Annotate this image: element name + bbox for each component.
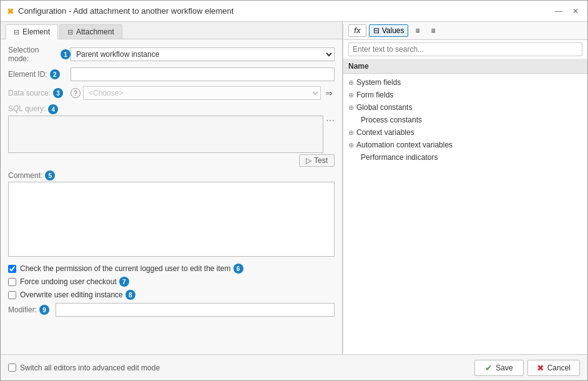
help-icon[interactable]: ? xyxy=(71,88,81,98)
expand-icon: ⊕ xyxy=(348,141,354,149)
checkbox2-row: Force undoing user checkout 7 xyxy=(8,277,335,287)
form-area: Selection mode: 1 Parent workflow instan… xyxy=(1,39,342,354)
tree-item-global-constants[interactable]: ⊕ Global constants xyxy=(343,101,587,114)
badge-9: 9 xyxy=(39,305,49,315)
modifier-input[interactable] xyxy=(56,303,335,317)
sql-query-label: SQL query: xyxy=(8,104,46,113)
tab-attachment[interactable]: ⊟ Attachment xyxy=(59,24,122,39)
modifier-row: Modifier: 9 xyxy=(8,303,335,317)
sql-actions: ▷ Test xyxy=(8,154,335,167)
tree-header: Name xyxy=(343,59,587,74)
right-panel: fx ⊟ Values ≡ ≡ Name xyxy=(343,22,587,354)
badge-5: 5 xyxy=(45,171,55,181)
advanced-edit-check: Switch all editors into advanced edit mo… xyxy=(8,364,160,372)
badge-3: 3 xyxy=(53,88,63,98)
checkbox3-label: Overwrite user editing instance 8 xyxy=(20,290,135,300)
sql-textarea[interactable] xyxy=(8,116,323,153)
tree-item-automation-context-variables[interactable]: ⊕ Automation context variables xyxy=(343,139,587,151)
close-button[interactable]: ✕ xyxy=(570,6,581,17)
tab-icon2[interactable]: ≡ xyxy=(427,24,440,37)
sql-query-area: SQL query: 4 ⋯ ▷ Test xyxy=(8,104,335,167)
checkbox2-label: Force undoing user checkout 7 xyxy=(20,277,129,287)
selection-mode-row: Selection mode: 1 Parent workflow instan… xyxy=(8,46,335,63)
tree-area: ⊕ System fields ⊕ Form fields ⊕ Global c… xyxy=(343,74,587,354)
selection-mode-label: Selection mode: 1 xyxy=(8,46,71,63)
minimize-button[interactable]: — xyxy=(552,6,565,17)
check-icon: ✔ xyxy=(485,363,492,373)
checkbox3-row: Overwrite user editing instance 8 xyxy=(8,290,335,300)
checkbox1-label: Check the permission of the current logg… xyxy=(20,264,243,274)
badge-7: 7 xyxy=(119,277,129,287)
app-icon: ✖ xyxy=(7,6,14,16)
badge-2: 2 xyxy=(50,69,60,79)
comment-textarea[interactable] xyxy=(8,182,335,257)
expand-icon: ⊕ xyxy=(348,104,354,112)
x-icon: ✖ xyxy=(537,363,544,373)
test-button[interactable]: ▷ Test xyxy=(299,154,335,167)
checkbox1[interactable] xyxy=(8,265,16,273)
play-icon: ▷ xyxy=(306,156,311,165)
selection-mode-select[interactable]: Parent workflow instance xyxy=(71,47,335,61)
expand-icon: ⊕ xyxy=(348,129,354,137)
expand-icon: ⊕ xyxy=(348,91,354,99)
main-content: ⊟ Element ⊟ Attachment Selection mode: 1 xyxy=(1,22,587,354)
element-id-input[interactable] xyxy=(71,67,335,81)
cancel-button[interactable]: ✖ Cancel xyxy=(527,360,580,376)
badge-6: 6 xyxy=(233,264,243,274)
attachment-tab-icon: ⊟ xyxy=(67,28,73,36)
main-window: ✖ Configuration - Add attachment to anot… xyxy=(0,0,588,381)
search-wrapper xyxy=(343,40,587,59)
window-title: Configuration - Add attachment to anothe… xyxy=(18,6,233,16)
tab-element-label: Element xyxy=(22,27,50,36)
element-id-row: Element ID: 2 xyxy=(8,67,335,82)
badge-1: 1 xyxy=(61,49,71,59)
tabs-bar: ⊟ Element ⊟ Attachment xyxy=(1,22,342,39)
values-tab-icon: ⊟ xyxy=(373,26,380,35)
title-bar-left: ✖ Configuration - Add attachment to anot… xyxy=(7,6,233,16)
more-options-icon[interactable]: ⋯ xyxy=(326,116,335,126)
checkbox2[interactable] xyxy=(8,278,16,286)
tree-item-performance-indicators[interactable]: Performance indicators xyxy=(343,151,587,164)
comment-area: Comment: 5 xyxy=(8,171,335,259)
left-panel: ⊟ Element ⊟ Attachment Selection mode: 1 xyxy=(1,22,343,354)
badge-8: 8 xyxy=(125,290,135,300)
tree-item-form-fields[interactable]: ⊕ Form fields xyxy=(343,89,587,101)
comment-label: Comment: 5 xyxy=(8,171,335,181)
bottom-buttons: ✔ Save ✖ Cancel xyxy=(474,360,580,376)
advanced-edit-checkbox[interactable] xyxy=(8,364,16,372)
arrow-right-icon[interactable]: ⇒ xyxy=(323,87,335,99)
checkbox1-row: Check the permission of the current logg… xyxy=(8,264,335,274)
tab-values[interactable]: ⊟ Values xyxy=(369,24,409,37)
title-bar: ✖ Configuration - Add attachment to anot… xyxy=(1,1,587,22)
save-button[interactable]: ✔ Save xyxy=(474,360,523,376)
bottom-bar: Switch all editors into advanced edit mo… xyxy=(1,354,587,380)
tab-element[interactable]: ⊟ Element xyxy=(6,24,58,39)
expand-icon: ⊕ xyxy=(348,79,354,87)
tree-item-system-fields[interactable]: ⊕ System fields xyxy=(343,76,587,89)
title-bar-controls: — ✕ xyxy=(552,6,581,17)
data-source-select[interactable]: <Choose> xyxy=(83,86,321,100)
element-tab-icon: ⊟ xyxy=(14,28,19,36)
tab-attachment-label: Attachment xyxy=(76,27,114,36)
modifier-label: Modifier: 9 xyxy=(8,305,52,315)
fx-button[interactable]: fx xyxy=(348,24,366,37)
tree-item-context-variables[interactable]: ⊕ Context variables xyxy=(343,126,587,139)
data-source-label: Data source: 3 xyxy=(8,88,71,98)
tree-item-process-constants[interactable]: Process constants xyxy=(343,114,587,126)
badge-4: 4 xyxy=(48,104,58,114)
search-input[interactable] xyxy=(348,42,582,56)
tab-icon1[interactable]: ≡ xyxy=(411,24,424,37)
checkbox3[interactable] xyxy=(8,291,16,299)
element-id-label: Element ID: 2 xyxy=(8,69,71,79)
data-source-row: Data source: 3 ? <Choose> ⇒ xyxy=(8,86,335,101)
right-toolbar: fx ⊟ Values ≡ ≡ xyxy=(343,22,587,40)
